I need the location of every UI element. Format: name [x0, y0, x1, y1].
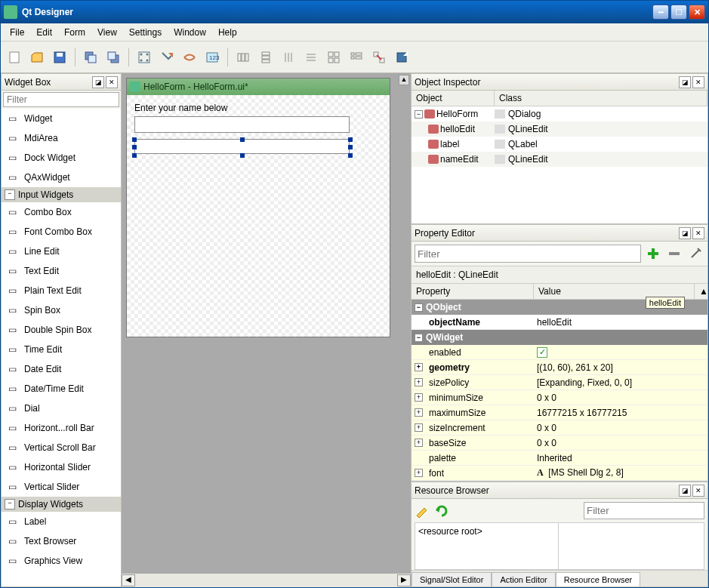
object-row[interactable]: helloEditQLineEdit	[412, 122, 707, 137]
break-layout-button[interactable]	[368, 47, 390, 68]
widget-item[interactable]: ▭Widget	[2, 109, 121, 128]
widget-item[interactable]: ▭MdiArea	[2, 128, 121, 148]
center-hscroll[interactable]: ◀ ▶	[122, 574, 411, 587]
mdi-scroll-up[interactable]: ▲	[399, 75, 409, 85]
widget-item[interactable]: ▭Spin Box	[2, 300, 121, 320]
widget-category[interactable]: −Input Widgets	[2, 187, 121, 202]
widget-item[interactable]: ▭Vertical Scroll Bar	[2, 438, 121, 457]
widget-item[interactable]: ▭Plain Text Edit	[2, 281, 121, 300]
layout-hbox-button[interactable]	[233, 47, 254, 68]
widget-item[interactable]: ▭Graphics View	[2, 551, 121, 571]
widget-item[interactable]: ▭Line Edit	[2, 242, 121, 261]
widget-item[interactable]: ▭Combo Box	[2, 202, 121, 222]
dock-float-button[interactable]: ◪	[679, 227, 691, 239]
scroll-left[interactable]: ◀	[122, 574, 135, 586]
property-row[interactable]: +fontA [MS Shell Dlg 2, 8]	[412, 466, 707, 481]
tab-resource-browser[interactable]: Resource Browser	[556, 572, 640, 586]
edit-widgets-button[interactable]	[134, 47, 155, 68]
dock-float-button[interactable]: ◪	[679, 76, 691, 88]
scroll-right[interactable]: ▶	[397, 574, 411, 586]
dock-close-button[interactable]: ✕	[692, 76, 704, 88]
widget-item[interactable]: ▭Horizontal Slider	[2, 457, 121, 477]
form-label[interactable]: Enter your name below	[134, 103, 227, 113]
remove-property-button[interactable]	[665, 245, 683, 263]
property-row[interactable]: +sizeIncrement0 x 0	[412, 420, 707, 436]
widget-item[interactable]: ▭Text Browser	[2, 531, 121, 551]
property-row[interactable]: enabled✓	[412, 345, 707, 360]
edit-signals-button[interactable]	[156, 47, 177, 68]
class-col-header[interactable]: Class	[495, 91, 707, 106]
property-row[interactable]: +sizePolicy[Expanding, Fixed, 0, 0]	[412, 375, 707, 390]
object-row[interactable]: nameEditQLineEdit	[412, 152, 707, 167]
menu-edit[interactable]: Edit	[30, 25, 58, 40]
widget-item[interactable]: ▭Date/Time Edit	[2, 379, 121, 399]
open-button[interactable]	[26, 47, 48, 68]
dock-close-button[interactable]: ✕	[692, 485, 704, 497]
widget-item[interactable]: ▭Double Spin Box	[2, 320, 121, 340]
property-row[interactable]: +maximumSize16777215 x 16777215	[412, 405, 707, 420]
property-row[interactable]: +minimumSize0 x 0	[412, 390, 707, 405]
configure-button[interactable]	[686, 245, 704, 263]
send-back-button[interactable]	[80, 47, 101, 68]
widget-item[interactable]: ▭Vertical Slider	[2, 477, 121, 497]
svg-rect-28	[334, 52, 339, 57]
widget-item[interactable]: ▭Label	[2, 512, 121, 531]
property-col-header[interactable]: Property	[412, 284, 534, 299]
dock-close-button[interactable]: ✕	[106, 76, 118, 88]
widget-item[interactable]: ▭Time Edit	[2, 340, 121, 359]
widget-list[interactable]: ▭Widget▭MdiArea▭Dock Widget▭QAxWidget−In…	[2, 109, 121, 586]
menu-form[interactable]: Form	[58, 25, 91, 40]
widget-item[interactable]: ▭Font Combo Box	[2, 222, 121, 242]
edit-taborder-button[interactable]: 123	[202, 47, 223, 68]
menu-file[interactable]: File	[4, 25, 30, 40]
layout-vsplit-button[interactable]	[301, 47, 322, 68]
datetime-icon: ▭	[5, 382, 20, 396]
menu-help[interactable]: Help	[212, 25, 243, 40]
add-property-button[interactable]	[644, 245, 662, 263]
tab-action-editor[interactable]: Action Editor	[492, 572, 555, 586]
scroll-up[interactable]: ▲	[694, 284, 707, 299]
property-row[interactable]: +geometry[(10, 60), 261 x 20]	[412, 360, 707, 375]
save-button[interactable]	[49, 47, 70, 68]
form-window[interactable]: HelloForm - HelloForm.ui* Enter your nam…	[126, 78, 390, 337]
widget-item[interactable]: ▭QAxWidget	[2, 168, 121, 187]
property-row[interactable]: +baseSize0 x 0	[412, 436, 707, 451]
layout-grid-button[interactable]	[323, 47, 344, 68]
close-button[interactable]: ✕	[689, 5, 705, 20]
bring-front-button[interactable]	[103, 47, 124, 68]
reload-button[interactable]	[434, 503, 449, 519]
property-group[interactable]: −QWidget	[412, 330, 707, 345]
layout-hsplit-button[interactable]	[278, 47, 299, 68]
object-col-header[interactable]: Object	[412, 91, 495, 106]
property-row[interactable]: paletteInherited	[412, 451, 707, 466]
dock-float-button[interactable]: ◪	[92, 76, 104, 88]
menu-view[interactable]: View	[91, 25, 123, 40]
new-button[interactable]	[4, 47, 25, 68]
adjust-size-button[interactable]	[391, 47, 412, 68]
object-row[interactable]: labelQLabel	[412, 137, 707, 152]
widget-item[interactable]: ▭Horizont...roll Bar	[2, 418, 121, 438]
dock-close-button[interactable]: ✕	[692, 227, 704, 239]
property-row[interactable]: objectNamehelloEdit	[412, 315, 707, 330]
widget-item[interactable]: ▭Dial	[2, 399, 121, 418]
widget-item[interactable]: ▭Text Edit	[2, 261, 121, 281]
edit-resources-button[interactable]	[415, 503, 430, 519]
dock-float-button[interactable]: ◪	[679, 485, 691, 497]
minimize-button[interactable]: ━	[652, 5, 669, 20]
widget-item[interactable]: ▭Dock Widget	[2, 148, 121, 168]
property-filter-input[interactable]	[415, 245, 641, 263]
maximize-button[interactable]: ☐	[670, 5, 687, 20]
widget-item[interactable]: ▭Date Edit	[2, 359, 121, 379]
layout-form-button[interactable]	[346, 47, 367, 68]
layout-vbox-button[interactable]	[255, 47, 276, 68]
tab-signal-slot-editor[interactable]: Signal/Slot Editor	[412, 572, 492, 586]
widget-filter-input[interactable]	[3, 92, 119, 107]
menu-settings[interactable]: Settings	[123, 25, 168, 40]
widget-category[interactable]: −Display Widgets	[2, 497, 121, 512]
resource-filter-input[interactable]	[584, 502, 704, 519]
resource-tree[interactable]: <resource root>	[415, 523, 559, 569]
object-row[interactable]: −HelloFormQDialog	[412, 106, 707, 122]
menu-window[interactable]: Window	[168, 25, 212, 40]
edit-buddies-button[interactable]	[179, 47, 200, 68]
name-edit-widget[interactable]	[134, 116, 350, 133]
